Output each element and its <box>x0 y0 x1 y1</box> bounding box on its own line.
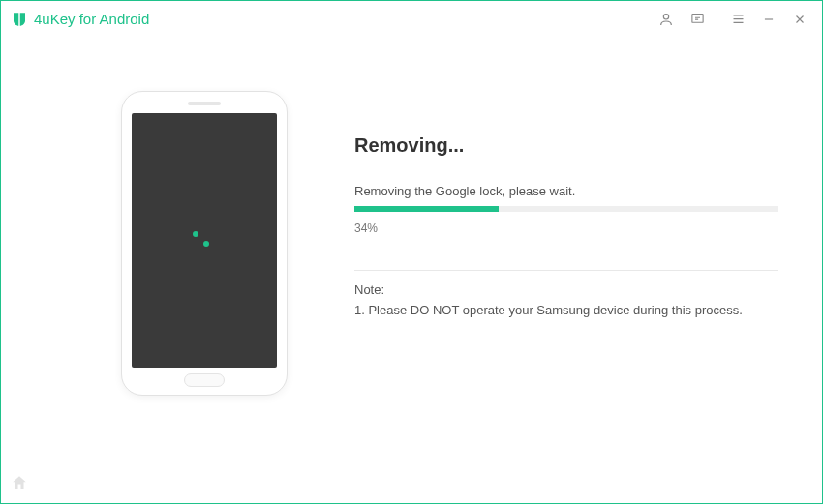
phone-speaker-icon <box>188 102 221 105</box>
progress-message: Removing the Google lock, please wait. <box>354 184 778 198</box>
loading-dots-icon <box>190 229 219 252</box>
app-window: 4uKey for Android <box>0 0 823 504</box>
progress-panel: Removing... Removing the Google lock, pl… <box>354 91 798 484</box>
svg-point-0 <box>663 14 668 18</box>
progress-heading: Removing... <box>354 134 778 157</box>
phone-home-button-icon <box>184 373 225 387</box>
phone-frame <box>121 91 288 396</box>
logo-icon <box>11 11 28 28</box>
home-icon[interactable] <box>11 474 28 495</box>
note-label: Note: <box>354 282 778 297</box>
svg-rect-1 <box>691 15 702 23</box>
device-illustration-column <box>54 91 354 484</box>
phone-screen <box>132 113 277 368</box>
feedback-button[interactable] <box>683 5 712 34</box>
titlebar: 4uKey for Android <box>1 1 822 38</box>
divider <box>354 270 778 271</box>
account-button[interactable] <box>652 5 681 34</box>
note-text: 1. Please DO NOT operate your Samsung de… <box>354 301 778 320</box>
minimize-button[interactable] <box>754 5 783 34</box>
main-content: Removing... Removing the Google lock, pl… <box>1 38 822 503</box>
close-button[interactable] <box>785 5 814 34</box>
app-logo: 4uKey for Android <box>11 11 149 28</box>
titlebar-controls <box>652 5 814 34</box>
progress-bar-fill <box>354 206 499 212</box>
progress-bar <box>354 206 778 212</box>
menu-button[interactable] <box>723 5 752 34</box>
app-title: 4uKey for Android <box>34 11 149 27</box>
progress-percent: 34% <box>354 222 778 235</box>
